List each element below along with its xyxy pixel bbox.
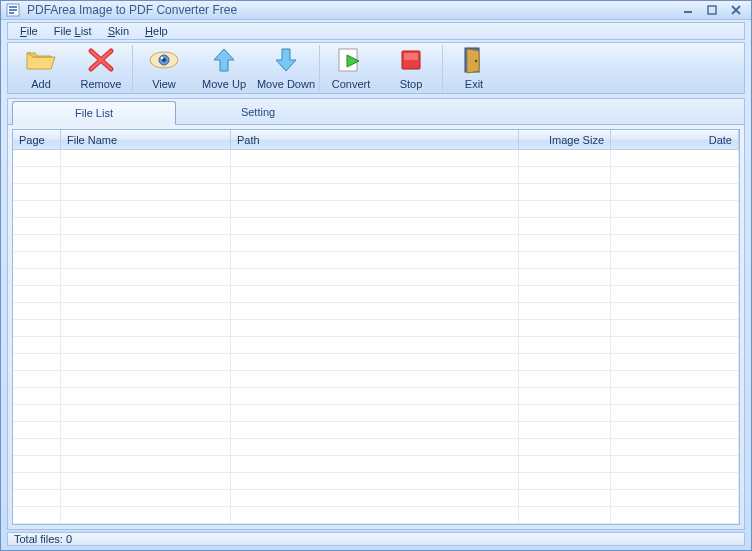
svg-rect-5 <box>708 6 716 14</box>
table-row[interactable] <box>13 456 739 473</box>
remove-button[interactable]: Remove <box>71 45 131 91</box>
menu-filelist[interactable]: File List <box>46 23 100 39</box>
window-title: PDFArea Image to PDF Converter Free <box>27 3 677 17</box>
app-icon <box>5 2 21 18</box>
table-row[interactable] <box>13 405 739 422</box>
movedown-button[interactable]: Move Down <box>254 45 318 91</box>
svg-rect-2 <box>9 9 17 11</box>
convert-label: Convert <box>332 78 371 90</box>
exit-button[interactable]: Exit <box>444 45 504 91</box>
statusbar: Total files: 0 <box>7 532 745 546</box>
col-path[interactable]: Path <box>231 130 519 149</box>
toolbar-group-exit: Exit <box>443 45 505 91</box>
svg-point-11 <box>161 57 163 59</box>
stop-button[interactable]: Stop <box>381 45 441 91</box>
arrow-up-icon <box>208 46 240 74</box>
svg-rect-1 <box>9 6 17 8</box>
table-row[interactable] <box>13 252 739 269</box>
app-window: PDFArea Image to PDF Converter Free File… <box>0 0 752 551</box>
table-row[interactable] <box>13 388 739 405</box>
table-row[interactable] <box>13 422 739 439</box>
table-row[interactable] <box>13 167 739 184</box>
door-exit-icon <box>458 46 490 74</box>
col-date[interactable]: Date <box>611 130 739 149</box>
status-total: Total files: 0 <box>14 533 72 545</box>
menu-help[interactable]: Help <box>137 23 176 39</box>
svg-rect-14 <box>404 53 418 60</box>
svg-point-16 <box>475 60 477 62</box>
content-panel: File List Setting Page File Name Path Im… <box>7 98 745 530</box>
add-button[interactable]: Add <box>11 45 71 91</box>
convert-icon <box>335 46 367 74</box>
toolbar-group-file: Add Remove <box>10 45 133 91</box>
menu-file[interactable]: File <box>12 23 46 39</box>
menubar: File File List Skin Help <box>7 22 745 40</box>
window-controls <box>677 1 747 19</box>
svg-rect-3 <box>9 12 14 14</box>
table-row[interactable] <box>13 320 739 337</box>
grid-body[interactable] <box>13 150 739 524</box>
minimize-button[interactable] <box>677 1 699 19</box>
folder-open-icon <box>25 46 57 74</box>
table-row[interactable] <box>13 269 739 286</box>
maximize-button[interactable] <box>701 1 723 19</box>
tab-setting[interactable]: Setting <box>176 100 340 124</box>
stop-label: Stop <box>400 78 423 90</box>
exit-label: Exit <box>465 78 483 90</box>
col-filename[interactable]: File Name <box>61 130 231 149</box>
table-row[interactable] <box>13 303 739 320</box>
delete-x-icon <box>85 46 117 74</box>
close-button[interactable] <box>725 1 747 19</box>
col-page[interactable]: Page <box>13 130 61 149</box>
moveup-button[interactable]: Move Up <box>194 45 254 91</box>
table-row[interactable] <box>13 286 739 303</box>
table-row[interactable] <box>13 235 739 252</box>
table-row[interactable] <box>13 371 739 388</box>
table-row[interactable] <box>13 490 739 507</box>
moveup-label: Move Up <box>202 78 246 90</box>
file-grid: Page File Name Path Image Size Date <box>12 129 740 525</box>
add-label: Add <box>31 78 51 90</box>
tabs: File List Setting <box>8 99 744 125</box>
eye-icon <box>148 46 180 74</box>
toolbar-group-action: Convert Stop <box>320 45 443 91</box>
movedown-label: Move Down <box>257 78 315 90</box>
view-button[interactable]: View <box>134 45 194 91</box>
stop-icon <box>395 46 427 74</box>
view-label: View <box>152 78 176 90</box>
remove-label: Remove <box>81 78 122 90</box>
table-row[interactable] <box>13 439 739 456</box>
table-row[interactable] <box>13 507 739 524</box>
menu-skin[interactable]: Skin <box>100 23 137 39</box>
toolbar-group-view: View Move Up Move Down <box>133 45 320 91</box>
toolbar: Add Remove View Move Up <box>7 42 745 94</box>
table-row[interactable] <box>13 184 739 201</box>
arrow-down-icon <box>270 46 302 74</box>
table-row[interactable] <box>13 201 739 218</box>
table-row[interactable] <box>13 337 739 354</box>
table-row[interactable] <box>13 150 739 167</box>
convert-button[interactable]: Convert <box>321 45 381 91</box>
col-imagesize[interactable]: Image Size <box>519 130 611 149</box>
table-row[interactable] <box>13 473 739 490</box>
table-row[interactable] <box>13 354 739 371</box>
table-row[interactable] <box>13 218 739 235</box>
titlebar: PDFArea Image to PDF Converter Free <box>1 1 751 20</box>
tab-filelist[interactable]: File List <box>12 101 176 125</box>
grid-header: Page File Name Path Image Size Date <box>13 130 739 150</box>
